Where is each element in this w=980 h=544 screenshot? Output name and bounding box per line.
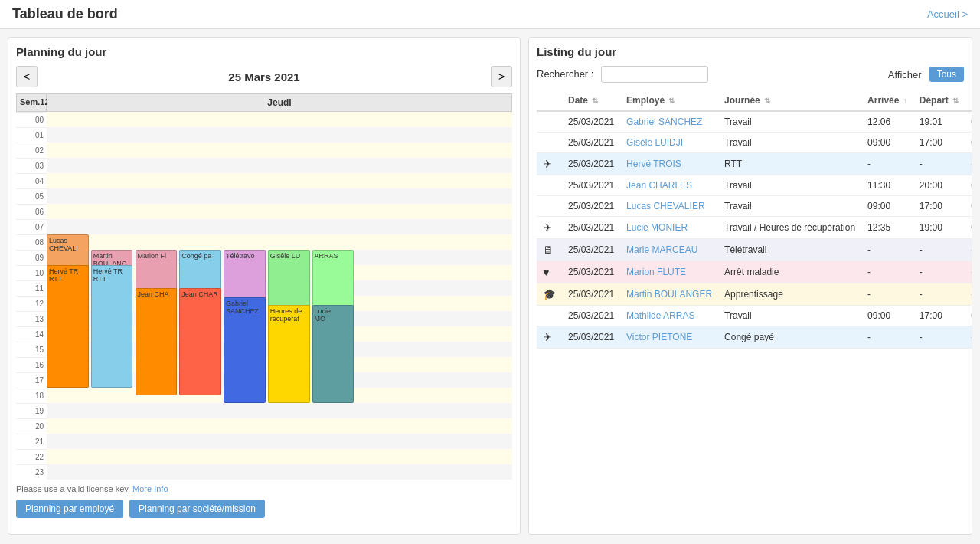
time-label-01: 01 xyxy=(16,127,47,143)
table-row: ✈ 25/03/2021 Hervé TROIS RTT - - - - xyxy=(537,153,972,175)
table-row: 25/03/2021 Mathilde ARRAS Travail 09:00 … xyxy=(537,306,972,326)
time-label-22: 22 xyxy=(16,449,47,464)
emp-block-8[interactable]: Hervé TR RTT xyxy=(91,265,133,388)
emp-block-7[interactable]: Hervé TR RTT xyxy=(47,265,89,388)
emp-block-10[interactable]: Jean CHAR xyxy=(179,288,221,395)
row-duree-pause: 01:00.00 xyxy=(965,175,972,196)
btn-societe[interactable]: Planning par société/mission xyxy=(129,500,265,518)
row-date: 25/03/2021 xyxy=(562,175,620,196)
table-row: 25/03/2021 Lucas CHEVALIER Travail 09:00… xyxy=(537,196,972,217)
col-depart[interactable]: Départ ⇅ xyxy=(913,90,965,111)
row-journee: Travail / Heures de récupération xyxy=(718,217,861,239)
col-employe[interactable]: Employé ⇅ xyxy=(620,90,718,111)
day-area: Lucas CHEVALIMartin BOULANGMarion Fl Con… xyxy=(47,112,512,480)
time-label-10: 10 xyxy=(16,265,47,280)
row-arrivee: 12:06 xyxy=(861,111,913,133)
row-employee[interactable]: Victor PIETONE xyxy=(620,326,718,349)
search-input[interactable] xyxy=(601,66,708,83)
row-duree-pause: - xyxy=(965,326,972,349)
time-label-05: 05 xyxy=(16,188,47,204)
row-arrivee: 09:00 xyxy=(861,133,913,153)
time-label-17: 17 xyxy=(16,372,47,388)
date-display: 25 Mars 2021 xyxy=(228,70,299,84)
right-panel: Listing du jour Rechercher : Afficher To… xyxy=(528,37,972,535)
row-depart: 19:00 xyxy=(913,217,965,239)
table-row: 🎓 25/03/2021 Martin BOULANGER Apprentiss… xyxy=(537,283,972,306)
row-icon xyxy=(537,196,562,217)
row-employee[interactable]: Hervé TROIS xyxy=(620,153,718,175)
row-date: 25/03/2021 xyxy=(562,306,620,326)
row-employee[interactable]: Gisèle LUIDJI xyxy=(620,133,718,153)
row-depart: - xyxy=(913,283,965,306)
row-duree-pause: 01:00.00 xyxy=(965,306,972,326)
row-date: 25/03/2021 xyxy=(562,153,620,175)
emp-block-13[interactable]: Lucie MO xyxy=(312,305,354,403)
time-label-11: 11 xyxy=(16,280,47,296)
row-journee: Travail xyxy=(718,175,861,196)
col-duree-pause[interactable]: Durée pause ⇅ xyxy=(965,90,972,111)
accueil-link[interactable]: Accueil > xyxy=(927,8,968,20)
emp-block-12[interactable]: Heures de récupérat xyxy=(268,305,310,403)
row-depart: - xyxy=(913,326,965,349)
row-employee[interactable]: Martin BOULANGER xyxy=(620,283,718,306)
row-icon: 🎓 xyxy=(537,283,562,306)
time-label-07: 07 xyxy=(16,219,47,234)
day-label-header: Jeudi xyxy=(47,93,512,112)
col-date[interactable]: Date ⇅ xyxy=(562,90,620,111)
row-duree-pause: 01:00.00 xyxy=(965,217,972,239)
row-date: 25/03/2021 xyxy=(562,261,620,283)
row-employee[interactable]: Gabriel SANCHEZ xyxy=(620,111,718,133)
row-arrivee: 11:30 xyxy=(861,175,913,196)
tous-button[interactable]: Tous xyxy=(929,67,964,82)
emp-block-9[interactable]: Jean CHA xyxy=(136,288,178,395)
row-depart: 20:00 xyxy=(913,175,965,196)
row-depart: 19:01 xyxy=(913,111,965,133)
col-arrivee[interactable]: Arrivée ↑ xyxy=(861,90,913,111)
row-duree-pause: - xyxy=(965,239,972,261)
table-row: ✈ 25/03/2021 Victor PIETONE Congé payé -… xyxy=(537,326,972,349)
time-label-18: 18 xyxy=(16,388,47,403)
table-row: 25/03/2021 Jean CHARLES Travail 11:30 20… xyxy=(537,175,972,196)
time-label-15: 15 xyxy=(16,342,47,357)
time-label-00: 00 xyxy=(16,112,47,127)
row-date: 25/03/2021 xyxy=(562,239,620,261)
time-label-06: 06 xyxy=(16,204,47,219)
table-row: ♥ 25/03/2021 Marion FLUTE Arrêt maladie … xyxy=(537,261,972,283)
row-journee: Arrêt maladie xyxy=(718,261,861,283)
left-panel: Planning du jour < 25 Mars 2021 > Sem.12… xyxy=(8,37,521,535)
row-employee[interactable]: Jean CHARLES xyxy=(620,175,718,196)
prev-btn[interactable]: < xyxy=(16,66,38,87)
row-icon: ✈ xyxy=(537,217,562,239)
table-row: 25/03/2021 Gabriel SANCHEZ Travail 12:06… xyxy=(537,111,972,133)
row-icon: ✈ xyxy=(537,326,562,349)
col-journee[interactable]: Journée ⇅ xyxy=(718,90,861,111)
license-warning: Please use a valid license key. More Inf… xyxy=(16,484,512,493)
row-duree-pause: - xyxy=(965,153,972,175)
planning-title: Planning du jour xyxy=(16,45,512,58)
row-employee[interactable]: Marie MARCEAU xyxy=(620,239,718,261)
row-employee[interactable]: Mathilde ARRAS xyxy=(620,306,718,326)
page-title: Tableau de bord xyxy=(12,6,118,22)
row-journee: Congé payé xyxy=(718,326,861,349)
table-row: 25/03/2021 Gisèle LUIDJI Travail 09:00 1… xyxy=(537,133,972,153)
row-arrivee: - xyxy=(861,283,913,306)
listing-table: Date ⇅ Employé ⇅ Journée ⇅ Arrivée ↑ Dép… xyxy=(537,90,972,349)
row-employee[interactable]: Lucas CHEVALIER xyxy=(620,196,718,217)
btn-employe[interactable]: Planning par employé xyxy=(16,500,123,518)
row-icon: ✈ xyxy=(537,153,562,175)
row-journee: Télétravail xyxy=(718,239,861,261)
row-icon: ♥ xyxy=(537,261,562,283)
row-duree-pause: - xyxy=(965,261,972,283)
emp-block-11[interactable]: Gabriel SANCHEZ xyxy=(224,297,266,403)
time-label-03: 03 xyxy=(16,158,47,173)
row-depart: 17:00 xyxy=(913,306,965,326)
row-employee[interactable]: Lucie MONIER xyxy=(620,217,718,239)
table-row: 🖥 25/03/2021 Marie MARCEAU Télétravail -… xyxy=(537,239,972,261)
next-btn[interactable]: > xyxy=(491,66,512,87)
time-label-14: 14 xyxy=(16,326,47,342)
row-employee[interactable]: Marion FLUTE xyxy=(620,261,718,283)
row-icon xyxy=(537,133,562,153)
time-label-04: 04 xyxy=(16,173,47,188)
more-info-link[interactable]: More Info xyxy=(132,484,168,493)
time-label-23: 23 xyxy=(16,464,47,480)
